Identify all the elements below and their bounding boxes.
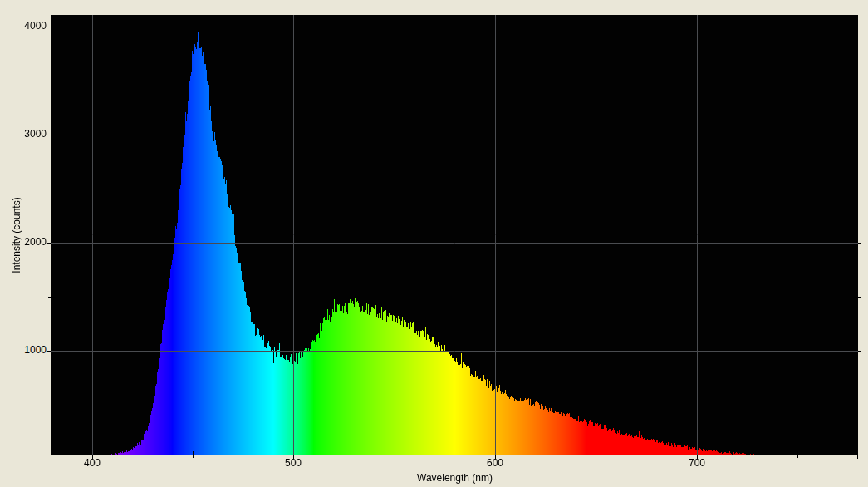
y-minor-tick (48, 297, 55, 298)
y-minor-tick-right (855, 189, 861, 189)
plot-area (51, 15, 858, 455)
x-minor-tick (596, 451, 596, 458)
y-tick-label: 2000 (2, 237, 47, 248)
x-tick-label: 500 (268, 458, 318, 469)
x-tick-label: 600 (470, 458, 520, 469)
y-minor-tick (48, 406, 55, 406)
y-axis-title: Intensity (counts) (11, 197, 22, 273)
x-tick-label: 700 (672, 458, 722, 469)
x-axis-end-tick (857, 455, 858, 459)
y-major-tick-right (858, 135, 861, 135)
y-major-tick-right (858, 27, 861, 27)
x-axis-title: Wavelength (nm) (51, 472, 858, 484)
spectrum-chart: 4005006007001000200030004000 Intensity (… (0, 0, 868, 487)
y-major-tick-right (858, 351, 861, 352)
y-major-tick (47, 135, 51, 135)
y-tick-label: 4000 (2, 21, 47, 32)
y-minor-tick-right (855, 406, 861, 406)
y-major-tick (47, 243, 51, 244)
y-minor-tick-right (855, 297, 861, 298)
y-minor-tick (48, 189, 55, 189)
y-major-tick (47, 27, 51, 27)
y-minor-tick-right (855, 81, 861, 81)
y-minor-tick (48, 81, 55, 81)
x-tick-label: 400 (67, 458, 117, 469)
x-minor-tick (193, 451, 194, 458)
y-major-tick-right (858, 243, 861, 244)
x-minor-tick (797, 451, 798, 458)
x-minor-tick (395, 451, 395, 458)
y-tick-label: 1000 (2, 345, 47, 356)
y-major-tick (47, 351, 51, 352)
y-tick-label: 3000 (2, 129, 47, 140)
